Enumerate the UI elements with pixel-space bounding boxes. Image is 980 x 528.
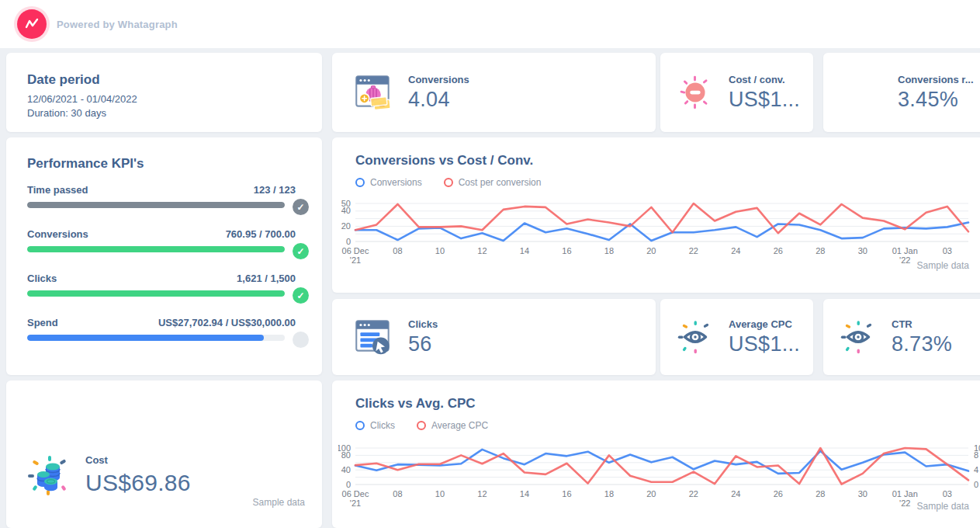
kpi-rows: Time passed123 / 123✓Conversions760.95 /… — [27, 184, 309, 350]
svg-text:24: 24 — [731, 489, 740, 498]
ctr-value: 8.73% — [892, 332, 952, 356]
svg-text:06 Dec: 06 Dec — [342, 246, 369, 255]
svg-text:01 Jan: 01 Jan — [892, 246, 918, 255]
conversion-rate-label: Conversions r... — [898, 74, 974, 85]
kpi-progress-track — [27, 335, 285, 341]
legend-ring-icon — [355, 178, 365, 187]
svg-text:10: 10 — [435, 489, 445, 498]
performance-kpi-card: Performance KPI's Time passed123 / 123✓C… — [6, 137, 322, 375]
kpi-label: Clicks — [27, 273, 57, 284]
ctr-label: CTR — [892, 318, 952, 330]
svg-text:'21: '21 — [350, 255, 361, 265]
ctr-metric-card: CTR 8.73% — [823, 299, 980, 375]
date-period-title: Date period — [27, 72, 322, 88]
average-cpc-label: Average CPC — [729, 318, 800, 330]
legend-item: Conversions — [355, 177, 422, 188]
svg-text:'22: '22 — [899, 498, 910, 508]
chart1-sample-data-note: Sample data — [917, 260, 969, 271]
kpi-row: Time passed123 / 123✓ — [27, 184, 309, 217]
kpi-progress-fill — [27, 290, 285, 297]
kpi-value: 1,621 / 1,500 — [237, 273, 296, 284]
svg-text:'22: '22 — [899, 255, 910, 265]
kpi-status-check-icon: ✓ — [293, 199, 309, 215]
svg-text:16: 16 — [562, 489, 571, 498]
legend-ring-icon — [355, 421, 365, 430]
kpi-progress-track — [27, 246, 285, 252]
svg-text:22: 22 — [689, 246, 698, 255]
cost-value: US$69.86 — [85, 470, 191, 496]
svg-text:4: 4 — [974, 465, 978, 474]
date-range: 12/06/2021 - 01/04/2022 — [27, 93, 322, 105]
kpi-progress-track — [27, 202, 285, 208]
svg-text:14: 14 — [520, 489, 529, 498]
dashboard-page: Powered by Whatagraph Date period 12/06/… — [0, 0, 980, 528]
svg-text:30: 30 — [858, 246, 867, 255]
coins-burst-icon — [23, 449, 76, 502]
header: Powered by Whatagraph — [0, 0, 980, 48]
clicks-value: 56 — [408, 332, 438, 356]
legend-ring-icon — [444, 178, 453, 187]
cost-per-conv-label: Cost / conv. — [729, 74, 800, 85]
minus-burst-icon — [674, 71, 716, 113]
cost-sample-data-note: Sample data — [253, 497, 305, 508]
kpi-row: Conversions760.95 / 700.00✓ — [27, 228, 309, 262]
svg-text:24: 24 — [731, 246, 740, 255]
cost-label: Cost — [85, 454, 191, 466]
svg-text:18: 18 — [604, 489, 614, 498]
date-duration: Duration: 30 days — [27, 107, 322, 119]
svg-text:20: 20 — [341, 221, 351, 231]
eye-burst-icon — [674, 316, 716, 358]
browser-cursor-icon — [351, 314, 396, 360]
svg-text:30: 30 — [858, 489, 867, 498]
svg-text:08: 08 — [393, 246, 402, 255]
svg-text:28: 28 — [816, 246, 825, 255]
kpi-progress-fill — [27, 335, 264, 341]
chart2-title: Clicks vs Avg. CPC — [355, 396, 476, 412]
svg-text:28: 28 — [816, 489, 825, 498]
clicks-label: Clicks — [408, 318, 438, 330]
svg-text:26: 26 — [774, 489, 783, 498]
svg-text:01 Jan: 01 Jan — [892, 489, 918, 498]
svg-text:20: 20 — [646, 489, 656, 498]
svg-text:20: 20 — [646, 246, 656, 255]
svg-text:03: 03 — [943, 489, 952, 498]
legend-label: Conversions — [370, 177, 422, 188]
svg-text:26: 26 — [774, 246, 783, 255]
chart2-plot: 040801000481006 Dec'21081012141618202224… — [338, 438, 980, 528]
kpi-status-check-icon: ✓ — [293, 287, 309, 304]
svg-text:03: 03 — [943, 246, 952, 255]
kpi-label: Conversions — [27, 228, 88, 240]
performance-kpi-title: Performance KPI's — [27, 156, 309, 172]
svg-text:18: 18 — [604, 246, 614, 255]
conversion-rate-value: 3.45% — [898, 88, 974, 112]
cost-metric-card: Cost US$69.86 Sample data — [6, 380, 322, 528]
legend-label: Clicks — [370, 420, 395, 431]
kpi-status-check-icon — [293, 332, 309, 348]
legend-ring-icon — [417, 421, 426, 430]
kpi-value: 760.95 / 700.00 — [226, 228, 296, 240]
clicks-vs-avgcpc-chart-card: Clicks vs Avg. CPC ClicksAverage CPC 040… — [332, 380, 980, 528]
kpi-progress-fill — [27, 202, 285, 208]
average-cpc-metric-card: Average CPC US$1... — [660, 299, 813, 375]
kpi-row: SpendUS$27,702.94 / US$30,000.00 — [27, 317, 309, 350]
kpi-label: Time passed — [27, 184, 88, 196]
chart2-sample-data-note: Sample data — [917, 501, 969, 512]
chart1-plot: 020405006 Dec'21081012141618202224262830… — [338, 195, 980, 290]
cost-per-conversion-metric-card: Cost / conv. US$1... — [660, 53, 813, 132]
svg-text:10: 10 — [435, 246, 445, 255]
kpi-status-check-icon: ✓ — [293, 243, 309, 259]
clicks-metric-card: Clicks 56 — [332, 299, 656, 375]
kpi-label: Spend — [27, 317, 58, 328]
kpi-row: Clicks1,621 / 1,500✓ — [27, 273, 309, 306]
legend-item: Clicks — [355, 420, 395, 431]
chart2-legend: ClicksAverage CPC — [355, 420, 488, 431]
svg-text:06 Dec: 06 Dec — [342, 489, 369, 498]
legend-label: Cost per conversion — [459, 177, 542, 188]
kpi-progress-fill — [27, 246, 285, 252]
svg-text:100: 100 — [338, 443, 351, 453]
legend-item: Average CPC — [417, 420, 488, 431]
svg-text:0: 0 — [346, 237, 351, 246]
powered-by-label: Powered by Whatagraph — [57, 19, 178, 30]
whatagraph-logo-icon — [17, 9, 47, 39]
conversions-label: Conversions — [408, 74, 469, 85]
